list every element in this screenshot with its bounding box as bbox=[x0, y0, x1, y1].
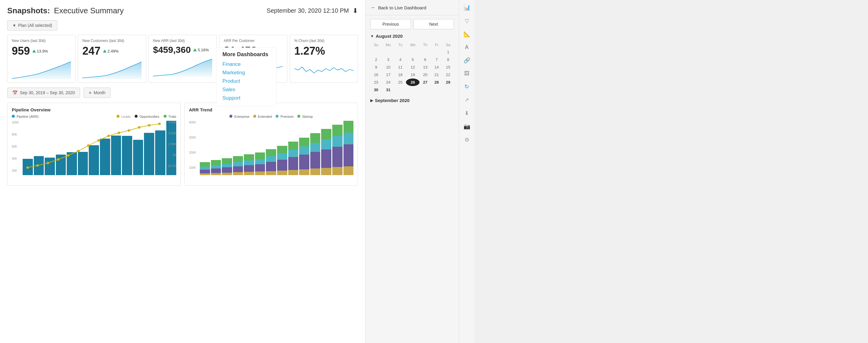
back-to-live-link[interactable]: ← Back to Live Dashboard bbox=[366, 0, 459, 15]
cal-day[interactable]: 18 bbox=[395, 71, 406, 79]
cal-day[interactable]: 22 bbox=[442, 71, 454, 79]
cal-day[interactable]: 6 bbox=[420, 56, 431, 63]
interval-button[interactable]: ≡ Month bbox=[84, 88, 111, 98]
pipeline-arr-dot bbox=[12, 115, 15, 118]
cal-day[interactable]: 4 bbox=[395, 56, 406, 63]
cal-day[interactable]: 9 bbox=[370, 63, 382, 71]
cal-day[interactable] bbox=[370, 48, 382, 56]
dashboard-link-sales[interactable]: Sales bbox=[222, 86, 270, 94]
page-title: Snapshots: Executive Summary bbox=[7, 6, 124, 15]
cal-day[interactable] bbox=[406, 48, 420, 56]
cal-day[interactable] bbox=[420, 86, 431, 94]
settings-icon[interactable]: ⚙ bbox=[464, 136, 469, 143]
refresh-icon[interactable]: ↻ bbox=[464, 83, 469, 90]
arr-bar-segment-premium bbox=[288, 150, 299, 157]
cal-day[interactable]: 30 bbox=[370, 86, 382, 94]
day-header-mo: Mo bbox=[382, 42, 395, 48]
arr-bar-segment-startup bbox=[222, 158, 232, 164]
cal-day[interactable]: 25 bbox=[395, 79, 406, 86]
dashboard-link-product[interactable]: Product bbox=[222, 77, 270, 86]
more-dashboards-title: More Dashboards bbox=[222, 51, 270, 58]
pipeline-chart-legend: Pipeline (ARR) Leads Opportunities Trial… bbox=[12, 115, 176, 118]
svg-point-6 bbox=[87, 144, 90, 147]
cal-day[interactable]: 21 bbox=[431, 71, 442, 79]
extended-label: Extended bbox=[258, 115, 272, 118]
cal-day[interactable]: 1 bbox=[442, 48, 454, 56]
cal-day[interactable]: 15 bbox=[442, 63, 454, 71]
cal-day[interactable]: 26 bbox=[406, 79, 420, 86]
download-icon[interactable]: ⬇ bbox=[352, 7, 358, 15]
arr-bar-segment-extended bbox=[299, 169, 309, 175]
kpi-value-new-arr: $459,360 bbox=[153, 45, 191, 55]
dashboard-link-support[interactable]: Support bbox=[222, 94, 270, 102]
arr-bar-segment-premium bbox=[255, 159, 265, 164]
arr-bar-segment-extended bbox=[288, 170, 299, 175]
camera-icon[interactable]: 📷 bbox=[464, 123, 470, 130]
right-sidebar: ← Back to Live Dashboard Previous Next ▼… bbox=[365, 0, 459, 343]
arr-bar-segment-extended bbox=[200, 173, 210, 175]
pipeline-line-overlay bbox=[23, 121, 165, 175]
bar-chart-icon[interactable]: 📊 bbox=[464, 4, 470, 11]
day-header-fr: Fr bbox=[431, 42, 442, 48]
dashboard-link-marketing[interactable]: Marketing bbox=[222, 68, 270, 77]
cal-day[interactable]: 14 bbox=[431, 63, 442, 71]
cal-day[interactable]: 31 bbox=[382, 86, 395, 94]
day-header-su: Su bbox=[370, 42, 382, 48]
ruler-icon[interactable]: 📐 bbox=[464, 31, 470, 37]
arr-bar-segment-extended bbox=[266, 171, 276, 175]
cal-day[interactable] bbox=[420, 48, 431, 56]
kpi-value-new-users: 959 bbox=[12, 45, 30, 57]
cal-day[interactable]: 10 bbox=[382, 63, 395, 71]
link-icon[interactable]: 🔗 bbox=[464, 57, 470, 64]
cal-day[interactable] bbox=[406, 86, 420, 94]
cal-day[interactable]: 19 bbox=[406, 71, 420, 79]
september-month-label: September 2020 bbox=[375, 98, 409, 103]
cal-day[interactable]: 13 bbox=[420, 63, 431, 71]
arr-bar-segment-enterprise bbox=[277, 160, 287, 170]
cal-day[interactable] bbox=[395, 86, 406, 94]
cal-day[interactable]: 2 bbox=[370, 56, 382, 63]
previous-button[interactable]: Previous bbox=[370, 19, 411, 29]
cal-day[interactable]: 20 bbox=[420, 71, 431, 79]
svg-point-12 bbox=[148, 124, 150, 126]
august-month-header[interactable]: ▼ August 2020 bbox=[370, 33, 454, 39]
cal-day[interactable] bbox=[382, 48, 395, 56]
cal-day[interactable]: 8 bbox=[442, 56, 454, 63]
cal-day[interactable]: 27 bbox=[420, 79, 431, 86]
september-month-header[interactable]: ▶ September 2020 bbox=[370, 98, 454, 103]
cal-day[interactable]: 11 bbox=[395, 63, 406, 71]
cal-day[interactable] bbox=[442, 86, 454, 94]
premium-dot bbox=[276, 115, 279, 118]
cal-day[interactable] bbox=[431, 86, 442, 94]
cal-day[interactable]: 16 bbox=[370, 71, 382, 79]
cal-day[interactable]: 17 bbox=[382, 71, 395, 79]
cal-day[interactable]: 29 bbox=[442, 79, 454, 86]
kpi-card-new-customers: New Customers (last 30d) 247 2.49% bbox=[78, 35, 146, 83]
image-icon[interactable]: 🖼 bbox=[464, 70, 470, 77]
dashboard-link-finance[interactable]: Finance bbox=[222, 60, 270, 68]
next-button[interactable]: Next bbox=[413, 19, 454, 29]
cal-day[interactable]: 23 bbox=[370, 79, 382, 86]
cal-day[interactable]: 7 bbox=[431, 56, 442, 63]
leads-dot bbox=[117, 115, 120, 118]
startup-dot bbox=[297, 115, 300, 118]
cal-day[interactable]: 5 bbox=[406, 56, 420, 63]
cal-day[interactable]: 3 bbox=[382, 56, 395, 63]
cal-day[interactable] bbox=[395, 48, 406, 56]
arr-bar-segment-premium bbox=[244, 160, 254, 165]
svg-point-1 bbox=[36, 164, 39, 167]
cal-day[interactable]: 28 bbox=[431, 79, 442, 86]
funnel-icon[interactable]: ▽ bbox=[465, 18, 469, 24]
startup-label: Startup bbox=[302, 115, 313, 118]
arr-bar-segment-enterprise bbox=[211, 168, 221, 173]
share-icon[interactable]: ↗ bbox=[464, 97, 469, 103]
download-side-icon[interactable]: ⬇ bbox=[464, 110, 469, 117]
pipeline-legend-arr: Pipeline (ARR) bbox=[12, 115, 39, 118]
cal-day[interactable] bbox=[431, 48, 442, 56]
plan-filter-button[interactable]: ▼ Plan (All selected) bbox=[7, 20, 57, 31]
cal-day[interactable]: 24 bbox=[382, 79, 395, 86]
arr-bar-segment-extended bbox=[211, 173, 221, 175]
date-range-button[interactable]: 📅 Sep 30, 2019 – Sep 30, 2020 bbox=[7, 88, 80, 98]
text-icon[interactable]: A bbox=[465, 44, 469, 51]
cal-day[interactable]: 12 bbox=[406, 63, 420, 71]
